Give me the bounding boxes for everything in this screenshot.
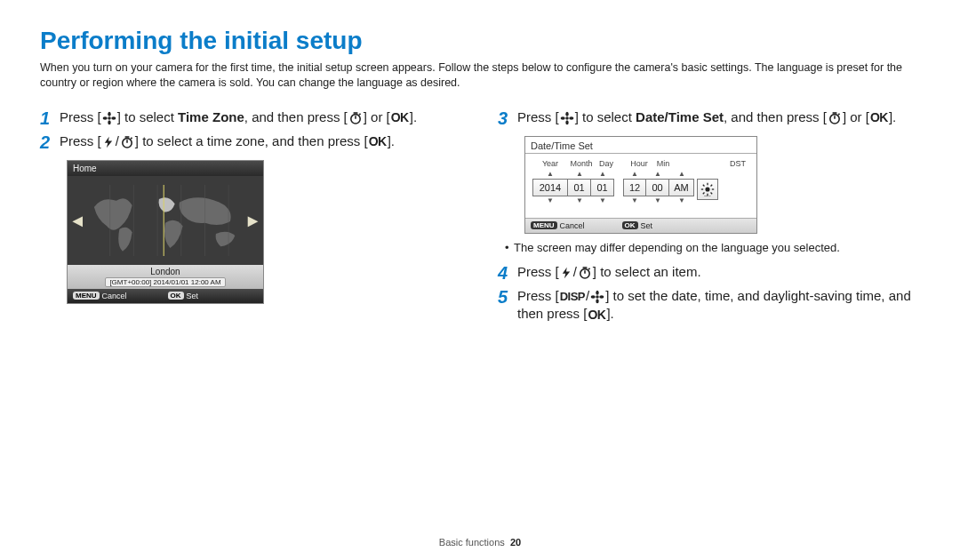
ok-icon: OK [369,133,387,150]
dt-day[interactable]: 01 [591,179,614,196]
dt-cancel[interactable]: Cancel [560,221,585,230]
dt-min[interactable]: 00 [646,179,669,196]
tz-set[interactable]: Set [187,292,199,300]
tz-prev[interactable]: ◀ [73,213,83,228]
dt-dst[interactable] [697,179,718,200]
tz-title: Home [68,161,263,176]
dt-set[interactable]: Set [641,221,653,230]
intro-text: When you turn on your camera for the fir… [40,60,920,91]
dt-title: Date/Time Set [525,137,756,154]
menu-pill: MENU [73,292,100,300]
world-map [86,185,244,256]
page-footer: Basic functions 20 [0,537,960,548]
tz-city: London [68,267,263,276]
flash-icon [560,266,572,280]
dt-ampm[interactable]: AM [669,179,694,196]
dt-month[interactable]: 01 [568,179,591,196]
disp-icon: DISP [560,289,585,305]
dt-hour[interactable]: 12 [623,179,646,196]
dt-year[interactable]: 2014 [532,179,568,196]
timer-icon [348,111,363,125]
macro-icon [560,111,574,125]
step-4: 4 Press [/] to select an item. [498,263,920,282]
timer-icon [120,135,134,149]
step-2: 2 Press [/] to select a time zone, and t… [40,132,462,151]
ok-pill: OK [168,292,184,300]
step-5: 5 Press [DISP/] to set the date, time, a… [498,287,920,324]
menu-pill: MENU [531,221,557,229]
flash-icon [102,135,115,149]
timer-icon [578,266,592,280]
macro-icon [590,290,604,304]
timezone-screen: Home ◀ [67,160,264,304]
tz-next[interactable]: ▶ [248,213,258,228]
tz-cancel[interactable]: Cancel [102,292,127,300]
ok-pill: OK [622,221,638,229]
note: The screen may differ depending on the l… [514,241,920,254]
macro-icon [102,111,116,125]
step-1: 1 Press [] to select Time Zone, and then… [40,108,462,127]
timer-icon [828,111,842,125]
ok-icon: OK [391,109,409,126]
tz-gmt: [GMT+00:00] 2014/01/01 12:00 AM [105,277,225,287]
page-title: Performing the initial setup [40,27,920,55]
ok-icon: OK [870,109,888,126]
ok-icon: OK [588,307,605,324]
step-3: 3 Press [] to select Date/Time Set, and … [498,108,920,127]
datetime-screen: Date/Time Set Year Month Day Hour Min DS… [524,136,757,234]
